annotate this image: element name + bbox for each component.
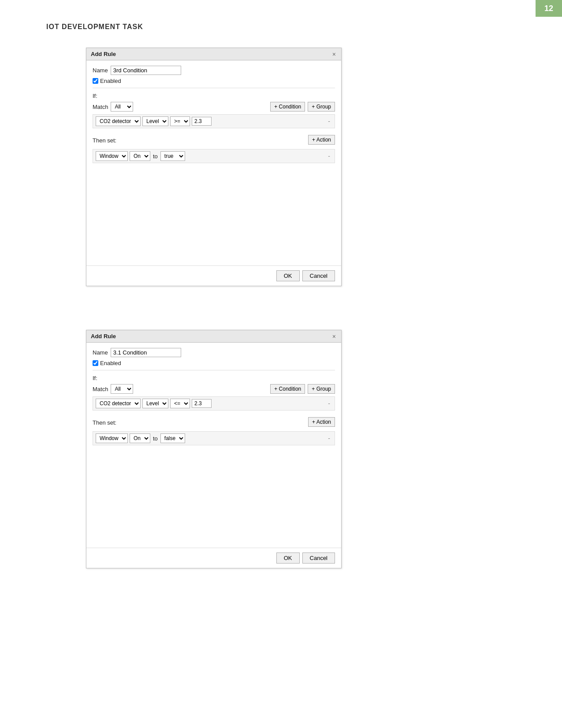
add-condition-button-2[interactable]: + Condition <box>270 384 305 394</box>
page-badge: 12 <box>536 0 562 17</box>
if-section-2: If: Match All Any + Condition + Group CO… <box>93 375 335 411</box>
match-left-1: Match All Any <box>93 102 133 112</box>
match-right-2: + Condition + Group <box>270 384 335 394</box>
dialog-2-title: Add Rule <box>91 333 116 340</box>
action-row-2: Window On Off to false true - <box>93 431 335 445</box>
action-value-select-2[interactable]: false true <box>160 433 185 443</box>
condition-device-select-1[interactable]: CO2 detector <box>96 116 141 126</box>
enabled-label: Enabled <box>100 78 121 84</box>
condition-device-select-2[interactable]: CO2 detector <box>96 399 141 408</box>
ok-button-1[interactable]: OK <box>276 270 300 281</box>
name-row-2: Name <box>93 348 335 357</box>
ok-button-2[interactable]: OK <box>276 553 300 564</box>
action-row-1: Window On Off to true false - <box>93 149 335 163</box>
match-row-2: Match All Any + Condition + Group <box>93 384 335 394</box>
match-label-1: Match <box>93 104 108 110</box>
action-device-select-2[interactable]: Window <box>96 433 128 443</box>
action-device-select-1[interactable]: Window <box>96 151 128 161</box>
enabled-row-2: Enabled <box>93 360 335 366</box>
condition-remove-button-2[interactable]: - <box>326 400 332 407</box>
action-remove-button-1[interactable]: - <box>326 153 332 160</box>
dialog-2-footer: OK Cancel <box>86 548 341 568</box>
dialog-1-footer: OK Cancel <box>86 265 341 286</box>
then-section-1: Then set: + Action Window On Off to true… <box>93 133 335 163</box>
add-group-button-2[interactable]: + Group <box>308 384 335 394</box>
name-input-2[interactable] <box>111 348 181 357</box>
dialog-1-title: Add Rule <box>91 51 116 57</box>
enabled-checkbox-2[interactable] <box>93 360 98 366</box>
cancel-button-2[interactable]: Cancel <box>302 553 335 564</box>
condition-value-input-2[interactable] <box>192 399 212 408</box>
name-input[interactable] <box>111 66 181 75</box>
dialog-2-close-button[interactable]: × <box>331 333 337 340</box>
condition-operator-select-2[interactable]: <= >= = <box>170 399 190 408</box>
match-right-1: + Condition + Group <box>270 102 335 112</box>
enabled-row: Enabled <box>93 78 335 84</box>
condition-property-select-1[interactable]: Level <box>142 116 168 126</box>
then-label-2: Then set: <box>93 419 116 426</box>
match-row-1: Match All Any + Condition + Group <box>93 102 335 112</box>
dialog-1-close-button[interactable]: × <box>331 51 337 57</box>
match-select-2[interactable]: All Any <box>111 384 133 394</box>
add-group-button-1[interactable]: + Group <box>308 102 335 112</box>
match-label-2: Match <box>93 386 108 392</box>
condition-row-2: CO2 detector Level <= >= = - <box>93 396 335 411</box>
dialog-2-body: Name Enabled If: Match All Any + Cond <box>86 343 341 451</box>
dialog-1-body: Name Enabled If: Match All Any + Cond <box>86 60 341 168</box>
if-label-1: If: <box>93 93 335 99</box>
then-header-1: Then set: + Action <box>93 133 335 146</box>
then-section-2: Then set: + Action Window On Off to fals… <box>93 415 335 445</box>
if-section-1: If: Match All Any + Condition + Group CO… <box>93 93 335 128</box>
dialog-2-header: Add Rule × <box>86 330 341 343</box>
cancel-button-1[interactable]: Cancel <box>302 270 335 281</box>
match-left-2: Match All Any <box>93 384 133 394</box>
then-label-1: Then set: <box>93 137 116 144</box>
then-header-2: Then set: + Action <box>93 415 335 429</box>
name-label-2: Name <box>93 349 108 356</box>
add-action-button-1[interactable]: + Action <box>308 135 335 145</box>
name-row: Name <box>93 66 335 75</box>
action-property-select-2[interactable]: On Off <box>130 433 150 443</box>
dialog-2: Add Rule × Name Enabled If: Match All An… <box>86 330 342 568</box>
action-value-select-1[interactable]: true false <box>160 151 185 161</box>
action-remove-button-2[interactable]: - <box>326 435 332 442</box>
action-property-select-1[interactable]: On Off <box>130 151 150 161</box>
if-label-2: If: <box>93 375 335 381</box>
condition-operator-select-1[interactable]: >= <= = <box>170 116 190 126</box>
add-condition-button-1[interactable]: + Condition <box>270 102 305 112</box>
name-label: Name <box>93 67 108 74</box>
to-label-2: to <box>153 435 158 442</box>
condition-remove-button-1[interactable]: - <box>326 118 332 125</box>
condition-row-1: CO2 detector Level >= <= = - <box>93 114 335 128</box>
page-title: IOT DEVELOPMENT TASK <box>46 23 143 31</box>
enabled-label-2: Enabled <box>100 360 121 366</box>
enabled-checkbox[interactable] <box>93 78 98 84</box>
to-label-1: to <box>153 153 158 160</box>
dialog-1: Add Rule × Name Enabled If: Match All An… <box>86 48 342 286</box>
add-action-button-2[interactable]: + Action <box>308 417 335 427</box>
condition-value-input-1[interactable] <box>192 117 212 126</box>
match-select-1[interactable]: All Any <box>111 102 133 112</box>
dialog-1-header: Add Rule × <box>86 48 341 60</box>
condition-property-select-2[interactable]: Level <box>142 399 168 408</box>
